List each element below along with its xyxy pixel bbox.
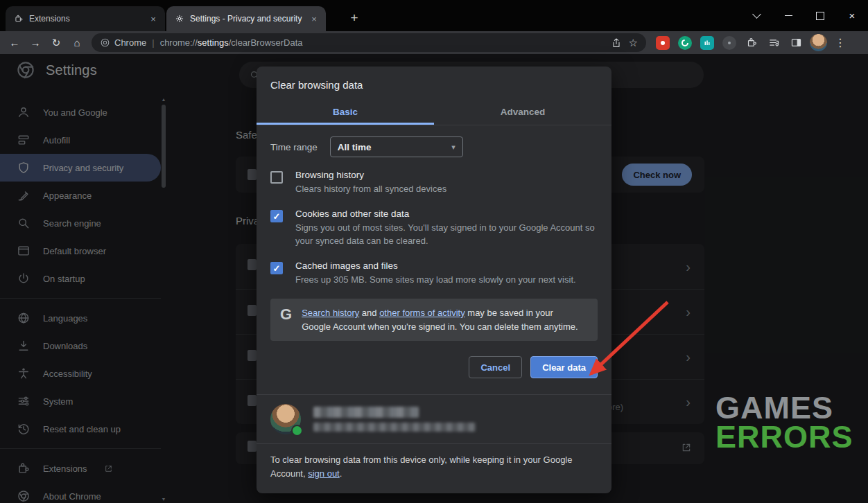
back-button[interactable]: ← (4, 33, 25, 53)
window-controls: × (740, 0, 868, 31)
caret-down-icon: ▾ (451, 143, 455, 152)
search-history-link[interactable]: Search history (302, 308, 359, 318)
time-range-value: All time (338, 142, 372, 152)
browser-menu-icon[interactable]: ⋮ (829, 33, 851, 53)
bookmark-star-icon[interactable]: ☆ (629, 37, 638, 49)
clear-data-button[interactable]: Clear data (530, 356, 598, 378)
cached-images-checkbox[interactable] (270, 262, 283, 274)
redacted-account-info (313, 407, 476, 432)
maximize-button[interactable] (804, 0, 836, 31)
dialog-footer-note: To clear browsing data from this device … (257, 444, 611, 493)
dialog-title: Clear browsing data (257, 67, 611, 100)
google-account-note: G Search history and other forms of acti… (270, 299, 598, 341)
tab-advanced[interactable]: Advanced (434, 100, 611, 125)
extensions-puzzle-icon[interactable] (740, 33, 763, 53)
google-logo-icon: G (280, 306, 292, 323)
cookies-checkbox[interactable] (270, 210, 283, 222)
other-activity-link[interactable]: other forms of activity (379, 308, 465, 318)
sign-out-link[interactable]: sign out (308, 468, 340, 479)
side-panel-icon[interactable] (785, 33, 807, 53)
teal-extension-icon[interactable] (696, 33, 718, 53)
url-path: /clearBrowserData (229, 37, 303, 48)
footer-period: . (340, 468, 342, 479)
close-window-button[interactable]: × (836, 0, 868, 31)
cancel-button[interactable]: Cancel (469, 356, 522, 378)
browsing-history-row: Browsing history Clears history from all… (270, 170, 598, 196)
chrome-site-icon (100, 37, 110, 48)
title-bar: Extensions × Settings - Privacy and secu… (0, 0, 868, 31)
checkbox-desc: Signs you out of most sites. You'll stay… (295, 221, 598, 248)
share-icon[interactable] (611, 37, 622, 48)
reload-button[interactable]: ↻ (46, 33, 67, 53)
browsing-history-checkbox[interactable] (270, 171, 283, 184)
checkbox-desc: Frees up 305 MB. Some sites may load mor… (295, 273, 576, 287)
close-tab-icon[interactable]: × (147, 12, 159, 25)
time-range-row: Time range All time ▾ (270, 136, 598, 157)
site-label: Chrome (114, 37, 146, 48)
time-range-select[interactable]: All time ▾ (330, 136, 463, 157)
checkbox-title: Cached images and files (295, 261, 576, 271)
cached-images-row: Cached images and files Frees up 305 MB.… (270, 261, 598, 287)
grammarly-extension-icon[interactable] (674, 33, 696, 53)
address-bar[interactable]: Chrome | chrome://settings/clearBrowserD… (92, 33, 646, 52)
dark-extension-icon[interactable] (718, 33, 740, 53)
url-scheme: chrome:// (160, 37, 198, 48)
home-button[interactable]: ⌂ (67, 33, 87, 53)
forward-button[interactable]: → (25, 33, 46, 53)
tab-title: Extensions (29, 14, 141, 24)
dialog-actions: Cancel Clear data (270, 356, 598, 378)
account-avatar (270, 404, 301, 434)
note-mid: and (359, 308, 379, 318)
dialog-tabs: Basic Advanced (257, 100, 611, 125)
close-tab-icon[interactable]: × (308, 12, 320, 25)
url-divider: | (152, 37, 154, 48)
tab-settings[interactable]: Settings - Privacy and security × (166, 6, 326, 31)
gear-icon (175, 14, 184, 24)
adblock-extension-icon[interactable] (652, 33, 674, 53)
redacted-account-email (313, 423, 476, 432)
sync-status-badge (291, 425, 303, 436)
extensions-area: ⋮ (652, 33, 851, 53)
clear-browsing-data-dialog: Clear browsing data Basic Advanced Time … (257, 67, 611, 493)
browser-toolbar: ← → ↻ ⌂ Chrome | chrome://settings/clear… (0, 31, 868, 54)
cookies-row: Cookies and other site data Signs you ou… (270, 209, 598, 248)
url-host: settings (198, 37, 229, 48)
minimize-button[interactable] (772, 0, 804, 31)
checkbox-desc: Clears history from all synced devices (295, 182, 446, 196)
checkbox-title: Browsing history (295, 170, 446, 180)
browser-window: Extensions × Settings - Privacy and secu… (0, 0, 868, 503)
puzzle-icon (14, 14, 24, 24)
dialog-body: Time range All time ▾ Browsing history C… (257, 125, 611, 378)
checkbox-title: Cookies and other site data (295, 209, 598, 219)
profile-avatar[interactable] (807, 33, 829, 53)
media-queue-icon[interactable] (763, 33, 785, 53)
new-tab-button[interactable]: + (345, 8, 364, 28)
tab-title: Settings - Privacy and security (190, 14, 302, 24)
tab-search-chevron-icon[interactable] (740, 0, 772, 31)
google-note-text: Search history and other forms of activi… (302, 306, 579, 333)
tab-basic[interactable]: Basic (257, 100, 434, 125)
account-row (257, 395, 611, 443)
redacted-account-name (313, 407, 419, 418)
tab-extensions[interactable]: Extensions × (6, 6, 165, 31)
time-range-label: Time range (270, 142, 318, 152)
